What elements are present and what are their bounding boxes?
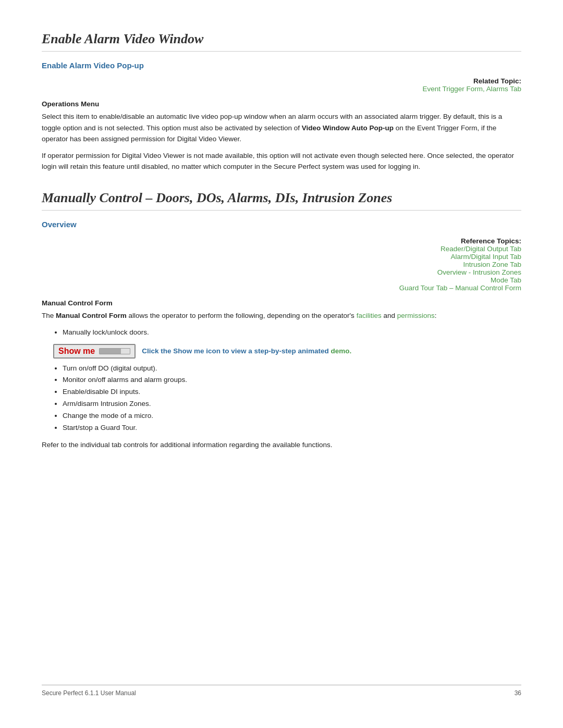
ref-link-6[interactable]: Guard Tour Tab – Manual Control Form [42, 284, 521, 292]
show-me-label: Show me [58, 347, 95, 356]
section-title-1: Enable Alarm Video Window [42, 31, 521, 52]
bullet-item-4: Enable/disable DI inputs. [63, 386, 521, 398]
show-me-row: Show me Click the Show me icon to view a… [53, 344, 521, 359]
ref-link-3[interactable]: Intrusion Zone Tab [42, 261, 521, 268]
bullet-item-2: Turn on/off DO (digital output). [63, 363, 521, 375]
show-me-button[interactable]: Show me [53, 344, 136, 359]
related-topic-link[interactable]: Event Trigger Form, Alarms Tab [42, 85, 521, 93]
bullet-item-7: Start/stop a Guard Tour. [63, 422, 521, 434]
progress-bar [99, 348, 130, 354]
footer-body-text: Refer to the individual tab controls for… [42, 439, 521, 451]
manual-bullet-list: Manually lock/unlock doors. [63, 327, 521, 339]
subsection-title-1: Enable Alarm Video Pop-up [42, 61, 521, 70]
reference-topics-block: Reference Topics: Reader/Digital Output … [42, 237, 521, 292]
manual-control-label: Manual Control Form [42, 299, 521, 307]
overview-title: Overview [42, 220, 521, 229]
ref-link-4[interactable]: Overview - Intrusion Zones [42, 268, 521, 276]
bullet-item-5: Arm/disarm Intrusion Zones. [63, 398, 521, 410]
page-footer: Secure Perfect 6.1.1 User Manual 36 [42, 685, 521, 697]
ref-link-1[interactable]: Reader/Digital Output Tab [42, 245, 521, 253]
bullet-item-6: Change the mode of a micro. [63, 410, 521, 422]
manual-intro-text: The Manual Control Form allows the opera… [42, 310, 521, 322]
related-topics-block: Related Topic: Event Trigger Form, Alarm… [42, 77, 521, 93]
bullet-item-1: Manually lock/unlock doors. [63, 327, 521, 339]
manual-bullet-list-2: Turn on/off DO (digital output). Monitor… [63, 363, 521, 435]
footer-right: 36 [515, 689, 521, 697]
section-enable-alarm: Enable Alarm Video Window Enable Alarm V… [42, 31, 521, 178]
section-title-2: Manually Control – Doors, DOs, Alarms, D… [42, 190, 521, 211]
reference-topics-label: Reference Topics: [461, 237, 521, 245]
permissions-link[interactable]: permissions [397, 312, 435, 319]
ops-menu-body2: If operator permission for Digital Video… [42, 150, 521, 172]
ops-menu-label: Operations Menu [42, 100, 521, 108]
facilities-link[interactable]: facilities [357, 312, 382, 319]
ref-link-2[interactable]: Alarm/Digital Input Tab [42, 253, 521, 261]
related-topic-label: Related Topic: [473, 77, 521, 85]
footer-left: Secure Perfect 6.1.1 User Manual [42, 689, 136, 697]
ops-menu-body1: Select this item to enable/disable an au… [42, 111, 521, 145]
show-me-caption: Click the Show me icon to view a step-by… [142, 347, 351, 355]
section-manually-control: Manually Control – Doors, DOs, Alarms, D… [42, 190, 521, 456]
ref-link-5[interactable]: Mode Tab [42, 276, 521, 284]
bullet-item-3: Monitor on/off alarms and alarm groups. [63, 374, 521, 386]
